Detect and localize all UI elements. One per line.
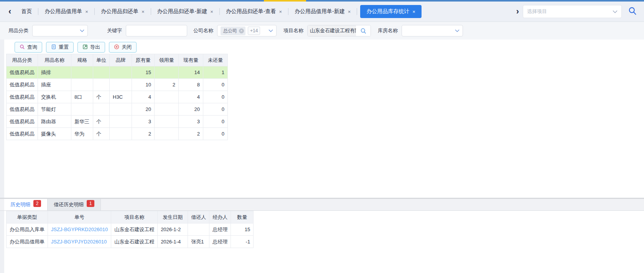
tab-label: 办公用品借用单 bbox=[44, 8, 82, 15]
cell: 2 bbox=[179, 128, 203, 140]
column-header: 单号 bbox=[48, 211, 111, 223]
reset-document-icon bbox=[51, 44, 56, 51]
tab-office-return-view[interactable]: 办公用品归还单-查看 × bbox=[220, 2, 288, 22]
table-row[interactable]: 低值易耗品交换机8口个H3C440 bbox=[7, 91, 228, 103]
cell: 0 bbox=[203, 103, 228, 116]
tab-home[interactable]: 首页 bbox=[15, 2, 38, 22]
tabs-back-button[interactable]: ‹ bbox=[5, 7, 15, 16]
close-icon[interactable]: × bbox=[85, 9, 88, 15]
cell: 0 bbox=[203, 128, 228, 140]
filter-company: 公司名称 总公司 × +14 bbox=[193, 25, 277, 36]
project-search-button[interactable] bbox=[356, 25, 371, 36]
column-header: 现有量 bbox=[179, 54, 203, 66]
cell: 办公用品借用单 bbox=[7, 236, 48, 248]
close-icon[interactable]: × bbox=[210, 9, 213, 15]
cell: 节能灯 bbox=[38, 103, 71, 116]
query-button[interactable]: 查询 bbox=[15, 42, 42, 53]
table-row[interactable]: 低值易耗品插排15141 bbox=[7, 66, 228, 79]
warehouse-select[interactable] bbox=[402, 25, 463, 36]
table-row[interactable]: 低值易耗品摄像头华为个220 bbox=[7, 128, 228, 140]
column-header: 数量 bbox=[231, 211, 254, 223]
tab-office-return[interactable]: 办公用品归还单 × bbox=[95, 2, 151, 22]
export-button[interactable]: 导出 bbox=[77, 42, 105, 53]
close-circle-icon bbox=[114, 44, 119, 51]
cell: 张亮1 bbox=[188, 236, 209, 248]
table-row[interactable]: 办公用品入库单JSZJ-BGYPRKD2026010山东金石建设工程2026-1… bbox=[7, 223, 254, 236]
column-header: 用品分类 bbox=[7, 54, 38, 66]
company-label: 公司名称 bbox=[193, 27, 213, 34]
chevron-down-icon bbox=[613, 10, 618, 13]
table-row[interactable]: 办公用品借用单JSZJ-BGYPJYD2026010山东金石建设工程2026-1… bbox=[7, 236, 254, 248]
cell: 4 bbox=[179, 91, 203, 103]
project-name-input[interactable]: 山东金石建设工程有限公司 bbox=[308, 25, 356, 36]
close-icon[interactable]: × bbox=[279, 9, 282, 15]
table-row[interactable]: 低值易耗品插座10280 bbox=[7, 79, 228, 91]
cell: H3C bbox=[110, 91, 132, 103]
cell: 0 bbox=[203, 91, 228, 103]
company-tag-label: 总公司 bbox=[223, 28, 237, 34]
cell: 10 bbox=[132, 79, 155, 91]
cell: 摄像头 bbox=[38, 128, 71, 140]
table-row[interactable]: 低值易耗品节能灯20200 bbox=[7, 103, 228, 116]
cell: 低值易耗品 bbox=[7, 128, 38, 140]
cell bbox=[110, 103, 132, 116]
chevron-down-icon bbox=[80, 29, 84, 32]
keyword-label: 关键字 bbox=[107, 27, 122, 34]
company-tag: 总公司 × bbox=[221, 26, 245, 35]
cell: 总经理 bbox=[209, 223, 231, 236]
cell bbox=[155, 91, 179, 103]
tab-label: 首页 bbox=[21, 8, 32, 15]
warehouse-label: 库房名称 bbox=[378, 27, 398, 34]
project-select[interactable]: 选择项目 bbox=[523, 5, 622, 18]
tab-office-return-new[interactable]: 办公用品归还单-新建 × bbox=[151, 2, 219, 22]
cell: 个 bbox=[93, 116, 110, 128]
cell: 新华三 bbox=[71, 116, 93, 128]
document-number-link[interactable]: JSZJ-BGYPRKD2026010 bbox=[48, 223, 111, 236]
cell: 山东金石建设工程 bbox=[111, 223, 158, 236]
reset-button-label: 重置 bbox=[59, 44, 69, 51]
cell: 总经理 bbox=[209, 236, 231, 248]
reset-button[interactable]: 重置 bbox=[46, 42, 74, 53]
close-button[interactable]: 关闭 bbox=[109, 42, 137, 53]
history-table: 单据类型单号项目名称发生日期借还人经办人数量办公用品入库单JSZJ-BGYPRK… bbox=[6, 211, 254, 248]
cell: 低值易耗品 bbox=[7, 66, 38, 79]
cell bbox=[93, 79, 110, 91]
close-icon[interactable]: × bbox=[348, 9, 351, 15]
cell: 2026-1-2 bbox=[158, 223, 188, 236]
tabs-forward-button[interactable]: › bbox=[512, 7, 523, 16]
tab-office-borrow-new[interactable]: 办公用品借用单-新建 × bbox=[288, 2, 357, 22]
keyword-input[interactable] bbox=[126, 25, 187, 36]
category-select[interactable] bbox=[32, 25, 88, 36]
tab-office-borrow[interactable]: 办公用品借用单 × bbox=[38, 2, 94, 22]
filter-bar: 用品分类 关键字 公司名称 总公司 × +14 项目名称 山东金石建设工程有限公… bbox=[0, 22, 644, 40]
column-header: 单位 bbox=[93, 54, 110, 66]
cell: 交换机 bbox=[38, 91, 71, 103]
cell: 0 bbox=[203, 116, 228, 128]
cell: 低值易耗品 bbox=[7, 116, 38, 128]
tab-inventory-stats[interactable]: 办公用品库存统计 × bbox=[360, 5, 422, 18]
cell: 2 bbox=[132, 128, 155, 140]
detail-tab-label: 历史明细 bbox=[10, 201, 30, 208]
count-badge: 2 bbox=[33, 200, 41, 207]
cell: 个 bbox=[93, 128, 110, 140]
tab-divider bbox=[357, 8, 357, 15]
search-icon bbox=[628, 6, 637, 17]
export-button-label: 导出 bbox=[90, 44, 100, 51]
close-icon[interactable]: × bbox=[412, 9, 415, 15]
tab-history-detail[interactable]: 历史明细 2 bbox=[4, 199, 48, 210]
cell bbox=[93, 66, 110, 79]
project-select-placeholder: 选择项目 bbox=[527, 8, 613, 15]
header-row: 用品分类用品名称规格单位品牌原有量领用量现有量未还量 bbox=[7, 54, 228, 66]
remove-tag-icon[interactable]: × bbox=[239, 28, 244, 33]
tab-borrow-return-history[interactable]: 借还历史明细 1 bbox=[48, 199, 101, 210]
tab-label: 办公用品归还单 bbox=[101, 8, 138, 15]
cell: 20 bbox=[179, 103, 203, 116]
document-number-link[interactable]: JSZJ-BGYPJYD2026010 bbox=[48, 236, 111, 248]
global-search-button[interactable] bbox=[628, 6, 637, 17]
close-icon[interactable]: × bbox=[142, 9, 145, 15]
company-multiselect[interactable]: 总公司 × +14 bbox=[217, 25, 277, 36]
cell bbox=[110, 128, 132, 140]
cell bbox=[110, 66, 132, 79]
cell bbox=[155, 103, 179, 116]
table-row[interactable]: 低值易耗品路由器新华三个330 bbox=[7, 116, 228, 128]
